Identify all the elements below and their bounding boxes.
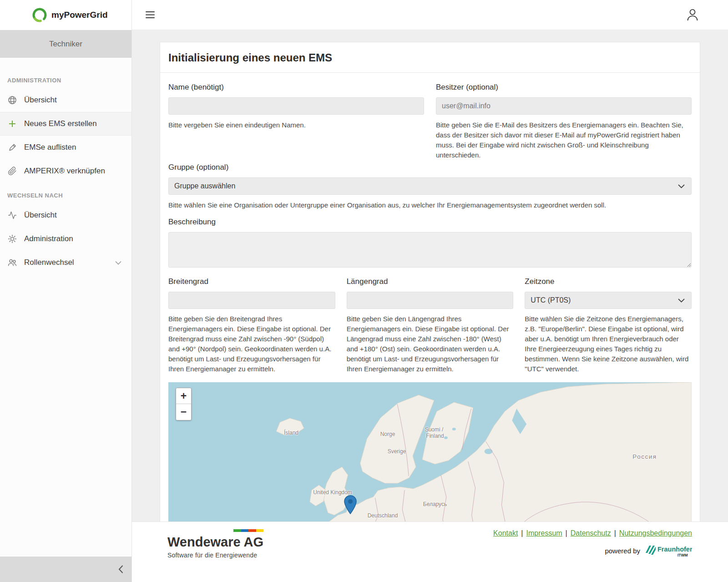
section-header-administration: ADMINISTRATION [7,77,131,84]
sidebar-item-administration[interactable]: Administration [0,227,131,251]
longitude-label: Längengrad [347,277,514,286]
chevron-left-icon [118,565,123,573]
gear-icon [7,234,17,244]
page-footer: Wendeware AG Software für die Energiewen… [132,521,728,582]
owner-field-group: Besitzer (optional) Bitte geben Sie die … [436,83,692,160]
owner-input[interactable] [436,97,692,115]
sidebar-item-label: Neues EMS erstellen [24,119,97,128]
paperclip-icon [7,166,17,176]
longitude-help-text: Bitte geben Sie den Längengrad Ihres Ene… [347,314,514,374]
ems-init-form: Name (benötigt) Bitte vergeben Sie einen… [160,73,700,521]
group-label: Gruppe (optional) [168,163,692,172]
timezone-label: Zeitzone [525,277,692,286]
longitude-field-group: Längengrad Bitte geben Sie den Längengra… [347,277,514,374]
zoom-in-button[interactable]: + [176,388,191,404]
timezone-select-value: UTC (PT0S) [531,296,571,304]
ems-init-card: Initialisierung eines neuen EMS Name (be… [160,42,700,521]
description-textarea[interactable] [168,232,692,268]
description-label: Beschreibung [168,218,692,226]
timezone-field-group: Zeitzone UTC (PT0S) Bitte wählen Sie die… [525,277,692,374]
plus-icon [7,119,17,129]
map-canvas [168,382,692,521]
group-field-group: Gruppe (optional) Gruppe auswählen Bitte… [168,163,692,210]
hamburger-menu-button[interactable] [146,11,155,18]
chevron-down-icon [115,261,121,265]
main-area: Initialisierung eines neuen EMS Name (be… [132,0,728,582]
chevron-down-icon [678,299,685,303]
powered-by-label: powered by [605,547,640,555]
map-marker-pin [344,495,357,514]
user-account-button[interactable] [687,9,698,21]
brand-name: myPowerGrid [51,10,108,20]
latitude-label: Breitengrad [168,277,335,286]
wendeware-logo: Wendeware AG Software für die Energiewen… [167,529,263,559]
wendeware-color-bar [233,529,263,532]
sidebar-item-label: Administration [24,234,73,243]
name-help-text: Bitte vergeben Sie einen eindeutigen Nam… [168,120,424,130]
footer-right: Kontakt|Impressum|Datenschutz|Nutzungsbe… [493,529,692,557]
map-zoom-control: + − [176,388,192,420]
fraunhofer-logo: Fraunhofer ITWM [645,544,692,557]
sidebar-item-rollenwechsel[interactable]: Rollenwechsel [0,251,131,274]
globe-icon [7,95,17,105]
role-band: Techniker [0,30,131,58]
fraunhofer-wordmark: Fraunhofer [657,546,692,553]
sidebar-nav: ADMINISTRATION Übersicht Neues EMS erste… [0,58,131,274]
sidebar-item-label: Übersicht [24,96,57,105]
sidebar-item-label: AMPERIX® verknüpfen [24,167,105,176]
group-select[interactable]: Gruppe auswählen [168,177,692,195]
brand-logo: myPowerGrid [0,0,131,30]
pencil-icon [7,142,17,152]
name-label: Name (benötigt) [168,83,424,91]
latitude-help-text: Bitte geben Sie den Breitengrad Ihres En… [168,314,335,374]
user-icon [687,9,698,21]
section-header-wechseln-nach: WECHSELN NACH [7,192,131,199]
app-window: myPowerGrid Techniker ADMINISTRATION Übe… [0,0,728,582]
sidebar-item-label: EMSe auflisten [24,143,76,152]
group-help-text: Bitte wählen Sie eine Organisation oder … [168,200,692,210]
sidebar-item-label: Übersicht [24,211,57,220]
latitude-input[interactable] [168,292,335,309]
sidebar-item-emse-auflisten[interactable]: EMSe auflisten [0,136,131,159]
footer-link-impressum[interactable]: Impressum [526,529,562,537]
sidebar-item-label: Rollenwechsel [24,258,74,267]
name-input[interactable] [168,97,424,115]
timezone-help-text: Bitte wählen Sie die Zeitzone des Energi… [525,314,692,374]
sidebar-item-neues-ems-erstellen[interactable]: Neues EMS erstellen [0,112,131,136]
powered-by-row: powered by Fraunhofer ITWM [605,544,692,557]
owner-label: Besitzer (optional) [436,83,692,91]
page-title: Initialisierung eines neuen EMS [160,42,700,73]
content-scroll-area[interactable]: Initialisierung eines neuen EMS Name (be… [132,30,728,521]
sidebar-item-uebersicht-admin[interactable]: Übersicht [0,88,131,112]
zoom-out-button[interactable]: − [176,404,191,420]
mypowergrid-logo-icon [32,7,47,23]
location-map[interactable]: Ísland Norge Sverige Suomi / Finland Uni… [168,382,692,521]
timezone-select[interactable]: UTC (PT0S) [525,292,692,309]
name-field-group: Name (benötigt) Bitte vergeben Sie einen… [168,83,424,160]
footer-links: Kontakt|Impressum|Datenschutz|Nutzungsbe… [493,529,692,537]
activity-icon [7,210,17,220]
fraunhofer-itwm: ITWM [677,553,688,557]
group-select-value: Gruppe auswählen [174,182,235,190]
footer-link-nutzungsbedingungen[interactable]: Nutzungsbedingungen [619,529,692,537]
chevron-down-icon [678,184,685,188]
sidebar-item-uebersicht-wechseln[interactable]: Übersicht [0,203,131,227]
sidebar: myPowerGrid Techniker ADMINISTRATION Übe… [0,0,132,582]
description-field-group: Beschreibung [168,218,692,268]
footer-link-datenschutz[interactable]: Datenschutz [571,529,611,537]
owner-help-text: Bitte geben Sie die E-Mail des Besitzers… [436,120,692,160]
latitude-field-group: Breitengrad Bitte geben Sie den Breiteng… [168,277,335,374]
sidebar-item-amperix-verknuepfen[interactable]: AMPERIX® verknüpfen [0,159,131,183]
topbar [132,0,728,30]
users-icon [7,258,17,268]
company-name: Wendeware AG [167,535,263,550]
company-tagline: Software für die Energiewende [167,552,263,559]
footer-link-kontakt[interactable]: Kontakt [493,529,518,537]
sidebar-collapse-button[interactable] [0,557,131,582]
longitude-input[interactable] [347,292,514,309]
